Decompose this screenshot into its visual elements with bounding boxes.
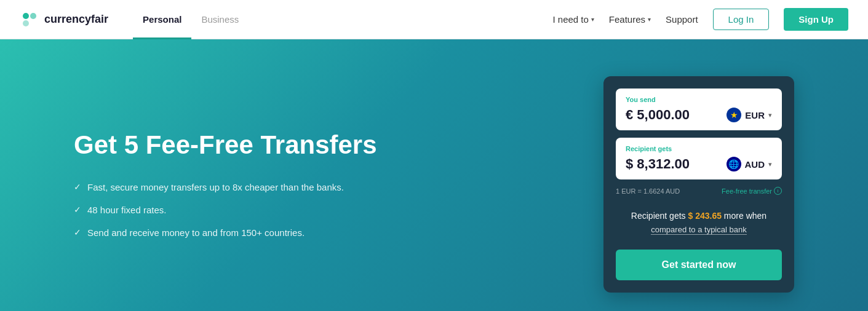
hero-feature-1: ✓ Fast, secure money transfers up to 8x …: [74, 181, 567, 194]
savings-text: Recipient gets $ 243.65 more when: [616, 210, 782, 222]
i-need-to-label: I need to: [552, 14, 588, 25]
nav-right: I need to ▾ Features ▾ Support Log In Si…: [552, 8, 848, 31]
svg-point-1: [30, 13, 36, 19]
logo-icon: [20, 10, 39, 30]
savings-amount: $ 243.65: [688, 211, 722, 221]
nav-links: Personal Business: [133, 0, 552, 39]
savings-suffix: more when: [722, 211, 766, 221]
feature-text-3: Send and receive money to and from 150+ …: [87, 226, 305, 239]
nav-i-need-to[interactable]: I need to ▾: [552, 14, 594, 25]
aud-selector[interactable]: 🌐 AUD ▾: [727, 157, 773, 171]
fee-free-label: Fee-free transfer: [722, 187, 772, 195]
feature-text-1: Fast, secure money transfers up to 8x ch…: [87, 181, 344, 194]
navbar: currencyfair Personal Business I need to…: [0, 0, 868, 39]
eur-selector[interactable]: ★ EUR ▾: [727, 108, 772, 122]
you-send-label: You send: [626, 96, 772, 103]
card-inner: You send € 5,000.00 ★ EUR ▾ Recipient ge…: [603, 76, 794, 293]
eur-code: EUR: [745, 110, 765, 120]
hero-left: Get 5 Fee-Free Transfers ✓ Fast, secure …: [74, 130, 603, 238]
get-started-button[interactable]: Get started now: [616, 250, 782, 280]
nav-personal[interactable]: Personal: [133, 0, 191, 39]
check-icon-3: ✓: [74, 227, 81, 239]
hero-feature-2: ✓ 48 hour fixed rates.: [74, 203, 567, 216]
you-send-amount: € 5,000.00: [626, 107, 690, 123]
eur-flag: ★: [727, 108, 741, 122]
info-icon: i: [774, 187, 782, 195]
check-icon-2: ✓: [74, 204, 81, 216]
transfer-card: You send € 5,000.00 ★ EUR ▾ Recipient ge…: [603, 76, 794, 293]
savings-intro: Recipient gets: [631, 211, 688, 221]
signup-button[interactable]: Sign Up: [784, 8, 848, 31]
logo[interactable]: currencyfair: [20, 10, 108, 30]
support-label: Support: [666, 14, 698, 25]
savings-section: Recipient gets $ 243.65 more when compar…: [616, 200, 782, 237]
recipient-gets-label: Recipient gets: [626, 145, 772, 152]
you-send-value-row: € 5,000.00 ★ EUR ▾: [626, 107, 772, 123]
recipient-gets-amount: $ 8,312.00: [626, 156, 690, 172]
recipient-gets-value-row: $ 8,312.00 🌐 AUD ▾: [626, 156, 772, 172]
hero-title: Get 5 Fee-Free Transfers: [74, 130, 567, 160]
feature-text-2: 48 hour fixed rates.: [87, 203, 166, 216]
exchange-rate: 1 EUR = 1.6624 AUD: [616, 187, 680, 195]
i-need-to-chevron: ▾: [591, 16, 594, 23]
nav-business[interactable]: Business: [191, 0, 249, 39]
you-send-row: You send € 5,000.00 ★ EUR ▾: [616, 89, 782, 130]
nav-support[interactable]: Support: [666, 14, 698, 25]
svg-point-0: [23, 13, 29, 19]
eur-chevron: ▾: [768, 111, 772, 119]
hero-section: Get 5 Fee-Free Transfers ✓ Fast, secure …: [0, 39, 868, 311]
features-label: Features: [609, 14, 645, 25]
check-icon-1: ✓: [74, 181, 81, 194]
aud-flag: 🌐: [727, 157, 741, 171]
rate-row: 1 EUR = 1.6624 AUD Fee-free transfer i: [616, 187, 782, 195]
hero-feature-3: ✓ Send and receive money to and from 150…: [74, 226, 567, 239]
recipient-gets-row: Recipient gets $ 8,312.00 🌐 AUD ▾: [616, 138, 782, 179]
nav-features[interactable]: Features ▾: [609, 14, 651, 25]
login-button[interactable]: Log In: [713, 9, 770, 30]
logo-text: currencyfair: [44, 13, 108, 26]
aud-chevron: ▾: [768, 160, 772, 168]
fee-free-link[interactable]: Fee-free transfer i: [722, 187, 782, 195]
compare-bank-link[interactable]: compared to a typical bank: [651, 225, 746, 235]
aud-code: AUD: [745, 159, 765, 170]
features-chevron: ▾: [648, 16, 651, 23]
svg-point-2: [23, 20, 29, 26]
hero-features: ✓ Fast, secure money transfers up to 8x …: [74, 181, 567, 239]
